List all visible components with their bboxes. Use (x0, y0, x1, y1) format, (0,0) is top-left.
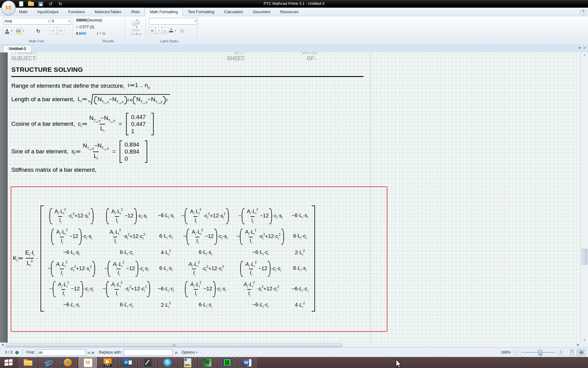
page-view-button[interactable] (568, 349, 576, 356)
replace-button[interactable]: ▶ (175, 350, 178, 355)
vertical-scroll-thumb[interactable] (582, 249, 587, 265)
math-cosine[interactable]: ci≔NTi,2,x−NTi,1,xLi = 0.4470.4471 (78, 113, 154, 135)
matrix-cell[interactable]: −6·Li·ci (252, 302, 268, 309)
taskbar-icon-dwg[interactable]: DWG (178, 357, 197, 368)
options-dropdown-icon[interactable]: ▾ (196, 351, 198, 354)
taskbar-icon-mathcad[interactable]: M (79, 357, 97, 368)
label-font-color-button[interactable]: A (169, 28, 173, 32)
math-range[interactable]: i≔1 .. nb (128, 82, 150, 90)
scroll-down-icon[interactable]: ▼ (581, 339, 588, 342)
help-button[interactable]: ? (580, 9, 586, 15)
vertical-scrollbar[interactable]: ▲ ▼ (581, 52, 588, 343)
matrix-cell[interactable]: −Ai·Li2Ii·si2+12·ci2 (103, 281, 151, 297)
matrix-cell[interactable]: 6·Li·si (199, 302, 212, 309)
clear-format-button[interactable]: Clear Format (128, 18, 144, 39)
matrix-cell[interactable]: 6·Li·si (159, 265, 172, 272)
matrix-cell[interactable]: 6·Li·si (199, 249, 212, 256)
bold-button[interactable]: B (149, 27, 156, 34)
undo-icon[interactable]: ↺ (47, 1, 54, 7)
highlight-dropdown[interactable]: ▾ (23, 29, 24, 32)
worksheet[interactable]: PROJECT: BY: DATE: SUBJECT: SHEET: OF: S… (0, 52, 588, 343)
region-stiffness-matrix[interactable]: Ki≔Ei·IiLi3· Ai·Li2Ii·ci2+12·si2Ai·Li2Ii… (13, 188, 315, 329)
section-heading[interactable]: STRUCTURE SOLVING (11, 66, 83, 73)
matrix-cell[interactable]: 6·Li·ci (120, 302, 133, 309)
tab-plots[interactable]: Plots (126, 8, 145, 16)
matrix-cell[interactable]: −Ai·Li2Ii−12·ci·si (104, 261, 148, 277)
tab-input-output[interactable]: Input/Output (33, 8, 63, 16)
decrease-font-button[interactable]: tT (50, 28, 57, 34)
tab-calculation[interactable]: Calculation (219, 8, 248, 16)
horizontal-scroll-thumb[interactable] (6, 343, 342, 347)
math-font-name-combo[interactable]: Arial ▾ (3, 18, 51, 25)
matrix-cell[interactable]: Ai·Li2Ii·ci2+12·si2 (186, 261, 224, 277)
zoom-in-button[interactable]: + (558, 350, 563, 355)
matrix-cell[interactable]: −6·Li·ci (292, 286, 308, 293)
font-color-button[interactable]: A (3, 27, 11, 35)
region-cosine-definition[interactable]: Cosine of a bar element, ci≔NTi,2,x−NTi,… (11, 111, 154, 137)
matrix-cell[interactable]: 4·Li2 (161, 249, 171, 257)
mathcad-logo[interactable]: M’ (2, 1, 16, 15)
taskbar-icon-internet-explorer[interactable]: e (39, 357, 57, 368)
matrix-cell[interactable]: Ai·Li2Ii·si2+12·ci2 (242, 281, 279, 297)
matrix-cell[interactable]: 6·Li·si (293, 265, 306, 272)
taskbar-icon-skype[interactable]: S (158, 357, 177, 368)
zoom-slider[interactable] (521, 350, 555, 355)
matrix-cell[interactable]: −Ai·Li2Ii·ci2+12·si2 (48, 261, 95, 277)
matrix-cell[interactable]: −6·Li·ci (252, 249, 268, 256)
matrix-cell[interactable]: Ai·Li2Ii−12·ci·si (106, 208, 147, 224)
matrix-cell[interactable]: 6·Li·ci (293, 233, 306, 240)
matrix-cell[interactable]: −Ai·Li2Ii−12·ci·si (49, 281, 94, 297)
spinner-icon[interactable]: ▲▼ (76, 25, 78, 29)
tab-math-formatting[interactable]: Math Formatting (144, 8, 183, 16)
tab-text-formatting[interactable]: Text Formatting (183, 8, 219, 16)
close-icon[interactable]: × (584, 46, 586, 50)
new-document-icon[interactable] (18, 1, 25, 7)
math-font-size-combo[interactable]: 9 ▾ (50, 18, 71, 25)
matrix-cell[interactable]: −Ai·Li2Ii−12·ci·si (183, 228, 227, 245)
matrix-cell[interactable]: −6·Li·si (292, 213, 308, 220)
region-sine-definition[interactable]: Sine of a bar element, si≔NTi,2,y−NTi,1,… (11, 138, 147, 165)
math-length[interactable]: Li≔NTi,1,x−NTi,2,x2+NTi,1,y−NTi,2,y2 (78, 94, 170, 105)
matrix-cell[interactable]: −6·Li·si (158, 213, 174, 220)
taskbar-icon-green-n[interactable]: N (198, 357, 217, 368)
italic-button[interactable]: I (156, 27, 162, 34)
matrix-cell[interactable]: 6·Li·ci (120, 249, 133, 256)
label-style-combo[interactable]: ▾ (149, 18, 198, 25)
matrix-cell[interactable]: 6·Li·ci (159, 233, 172, 240)
matrix-cell[interactable]: 4·Li2 (295, 301, 305, 309)
matrix-cell[interactable]: −Ai·Li2Ii·si2+12·ci2 (236, 228, 284, 245)
taskbar-icon-file-explorer[interactable] (19, 357, 37, 368)
matrix-cell[interactable]: Ai·Li2Ii−12·ci·si (240, 261, 281, 277)
horizontal-scrollbar[interactable]: ◀ ▶ (0, 343, 588, 347)
document-tab-untitled-3[interactable]: Untitled-3 (3, 45, 32, 52)
increase-font-button[interactable]: Tt (57, 28, 64, 34)
taskbar-icon-firefox[interactable] (59, 357, 77, 368)
matrix-cell[interactable]: 2·Li2 (295, 249, 305, 257)
apply-style-icon[interactable]: ↻ (36, 28, 40, 34)
scroll-left-icon[interactable]: ◀ (1, 343, 4, 346)
find-input[interactable] (37, 349, 86, 356)
math-sine[interactable]: si≔NTi,2,y−NTi,1,yLi = 0.8940.8940 (71, 140, 147, 163)
matrix-cell[interactable]: Ai·Li2Ii−12·ci·si (185, 281, 226, 297)
matrix-cell[interactable]: Ai·Li2Ii·ci2+12·si2 (49, 208, 94, 224)
tab-matrices-tables[interactable]: Matrices/Tables (90, 8, 126, 16)
taskbar-icon-creo[interactable]: PRO (98, 357, 117, 368)
zoom-out-button[interactable]: − (513, 350, 519, 355)
matrix-cell[interactable]: −6·Li·si (63, 302, 79, 309)
math-k-lhs[interactable]: Ki≔Ei·IiLi3· (13, 249, 38, 268)
save-icon[interactable] (37, 1, 44, 7)
windows-start-button[interactable] (0, 357, 17, 368)
label-color-dropdown[interactable]: ▾ (175, 29, 176, 32)
tab-math[interactable]: Math (14, 8, 33, 16)
chevron-down-icon[interactable]: ▾ (579, 46, 581, 50)
matrix-cell[interactable]: −Ai·Li2Ii−12·ci·si (238, 208, 282, 224)
taskbar-icon-cad-green[interactable] (218, 357, 236, 368)
highlight-color-button[interactable] (14, 27, 23, 35)
matrix-cell[interactable]: −6·Li·ci (158, 286, 174, 293)
region-length-definition[interactable]: Length of a bar element, Li≔NTi,1,x−NTi,… (11, 89, 170, 109)
matrix-cell[interactable]: 2·Li2 (161, 301, 171, 309)
tab-functions[interactable]: Functions (63, 8, 90, 16)
draft-view-button[interactable] (577, 349, 586, 356)
options-label[interactable]: Options (182, 350, 195, 355)
find-previous-button[interactable]: ◀ (87, 350, 90, 355)
